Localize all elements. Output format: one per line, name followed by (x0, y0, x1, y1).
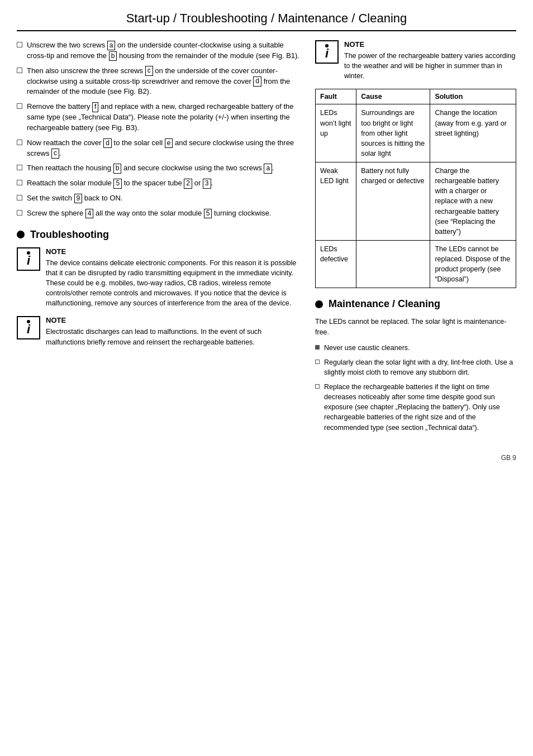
step-text-8: Screw the sphere 4 all the way onto the … (27, 208, 272, 219)
maint-text-2: Regularly clean the solar light with a d… (324, 357, 516, 377)
page-footer: GB 9 (17, 454, 516, 462)
inline-label-9: 9 (74, 194, 83, 204)
inline-label-a: a (264, 164, 272, 174)
note-icon-1: i (17, 247, 40, 271)
inline-label-a: a (107, 41, 116, 51)
section-dot (17, 231, 25, 238)
step-bullet-7 (17, 195, 22, 200)
troubleshooting-heading: Troubleshooting (17, 229, 302, 241)
step-text-5: Then reattach the housing b and secure c… (27, 163, 274, 174)
inline-label-b: b (109, 51, 117, 61)
step-text-7: Set the switch 9 back to ON. (27, 193, 122, 204)
note-content-2: NOTE Electrostatic discharges can lead t… (46, 316, 302, 347)
maint-item-3: Replace the rechargeable batteries if th… (315, 382, 516, 433)
step-text-6: Reattach the solar module 5 to the space… (27, 178, 213, 189)
page-title: Start-up / Troubleshooting / Maintenance… (17, 11, 516, 31)
note-text-right: The power of the rechargeable battery va… (344, 51, 516, 81)
troubleshooting-section: Troubleshooting i NOTE The device contai… (17, 229, 302, 347)
maintenance-section: Maintenance / Cleaning The LEDs cannot b… (315, 298, 516, 432)
note-i-2: i (27, 322, 30, 337)
inline-label-b: b (113, 164, 122, 174)
fault-row-1: LEDs won’t light upSurroundings are too … (316, 104, 516, 162)
inline-label-f: f (92, 102, 98, 112)
step-bullet-5 (17, 165, 22, 170)
step-item-4: Now reattach the cover d to the solar ce… (17, 138, 302, 159)
inline-label-c: c (51, 149, 59, 159)
fault-row-2: Weak LED lightBattery not fully charged … (316, 162, 516, 241)
note-box-2: i NOTE Electrostatic discharges can lead… (17, 316, 302, 347)
inline-label-5: 5 (204, 209, 212, 219)
note-i-right: i (325, 46, 329, 61)
fault-table-header-fault: Fault (316, 89, 356, 104)
inline-label-d: d (253, 76, 261, 87)
note-text-1: The device contains delicate electronic … (46, 258, 302, 309)
fault-cell-cause-3 (356, 240, 430, 288)
inline-label-c: c (145, 66, 153, 76)
fault-cell-fault-1: LEDs won’t light up (316, 104, 356, 162)
note-icon-right: i (315, 40, 339, 64)
inline-label-2: 2 (184, 179, 192, 189)
fault-cell-cause-1: Surroundings are too bright or light fro… (356, 104, 430, 162)
maint-bullet-2 (315, 360, 320, 364)
note-box-1: i NOTE The device contains delicate elec… (17, 247, 302, 309)
step-bullet-2 (17, 68, 22, 73)
maint-item-2: Regularly clean the solar light with a d… (315, 357, 516, 377)
maint-item-1: Never use caustic cleaners. (315, 343, 516, 353)
inline-label-4: 4 (85, 209, 94, 219)
inline-label-e: e (165, 138, 173, 149)
fault-cell-solution-1: Change the location (away from e.g. yard… (430, 104, 516, 162)
note-text-2: Electrostatic discharges can lead to mal… (46, 327, 302, 347)
step-item-1: Unscrew the two screws a on the undersid… (17, 40, 302, 61)
step-bullet-3 (17, 103, 22, 109)
note-box-right: i NOTE The power of the rechargeable bat… (315, 40, 516, 81)
note-dot-1 (27, 251, 30, 255)
maint-bullet-1 (315, 345, 320, 350)
step-text-4: Now reattach the cover d to the solar ce… (27, 138, 302, 159)
inline-label-3: 3 (203, 179, 211, 189)
fault-cell-cause-2: Battery not fully charged or defective (356, 162, 430, 241)
note-dot-2 (27, 320, 30, 323)
step-item-2: Then also unscrew the three screws c on … (17, 66, 302, 98)
step-text-2: Then also unscrew the three screws c on … (27, 66, 302, 98)
maint-text-3: Replace the rechargeable batteries if th… (324, 382, 516, 433)
note-content-1: NOTE The device contains delicate electr… (46, 247, 302, 309)
step-item-3: Remove the battery f and replace with a … (17, 102, 302, 133)
maintenance-label: Maintenance / Cleaning (329, 298, 440, 310)
note-content-right: NOTE The power of the rechargeable batte… (344, 40, 516, 81)
fault-table-header-solution: Solution (430, 89, 516, 104)
fault-row-3: LEDs defectiveThe LEDs cannot be replace… (316, 240, 516, 288)
right-column: i NOTE The power of the rechargeable bat… (315, 40, 516, 437)
maintenance-dot (315, 300, 323, 308)
troubleshooting-label: Troubleshooting (30, 229, 109, 241)
steps-list: Unscrew the two screws a on the undersid… (17, 40, 302, 219)
inline-label-d: d (103, 138, 112, 149)
maint-bullet-3 (315, 384, 320, 389)
step-bullet-6 (17, 180, 22, 185)
note-icon-2: i (17, 316, 40, 339)
step-item-5: Then reattach the housing b and secure c… (17, 163, 302, 174)
maintenance-heading: Maintenance / Cleaning (315, 298, 516, 310)
step-item-8: Screw the sphere 4 all the way onto the … (17, 208, 302, 219)
step-bullet-1 (17, 42, 22, 47)
maint-text-1: Never use caustic cleaners. (324, 343, 410, 353)
step-item-7: Set the switch 9 back to ON. (17, 193, 302, 204)
note-dot-right (325, 44, 329, 47)
inline-label-5: 5 (113, 179, 122, 189)
maintenance-list: Never use caustic cleaners.Regularly cle… (315, 343, 516, 433)
step-text-1: Unscrew the two screws a on the undersid… (27, 40, 302, 61)
left-column: Unscrew the two screws a on the undersid… (17, 40, 302, 437)
step-bullet-8 (17, 210, 22, 216)
note-title-right: NOTE (344, 40, 516, 49)
step-bullet-4 (17, 140, 22, 145)
note-i-1: i (27, 253, 30, 268)
step-text-3: Remove the battery f and replace with a … (27, 102, 302, 133)
note-title-1: NOTE (46, 247, 302, 256)
maintenance-intro: The LEDs cannot be replaced. The solar l… (315, 317, 516, 337)
fault-cell-fault-2: Weak LED light (316, 162, 356, 241)
step-item-6: Reattach the solar module 5 to the space… (17, 178, 302, 189)
fault-cell-fault-3: LEDs defective (316, 240, 356, 288)
fault-table-header-cause: Cause (356, 89, 430, 104)
fault-table: Fault Cause Solution LEDs won’t light up… (315, 89, 516, 288)
fault-cell-solution-2: Charge the rechargeable battery with a c… (430, 162, 516, 241)
note-title-2: NOTE (46, 316, 302, 324)
